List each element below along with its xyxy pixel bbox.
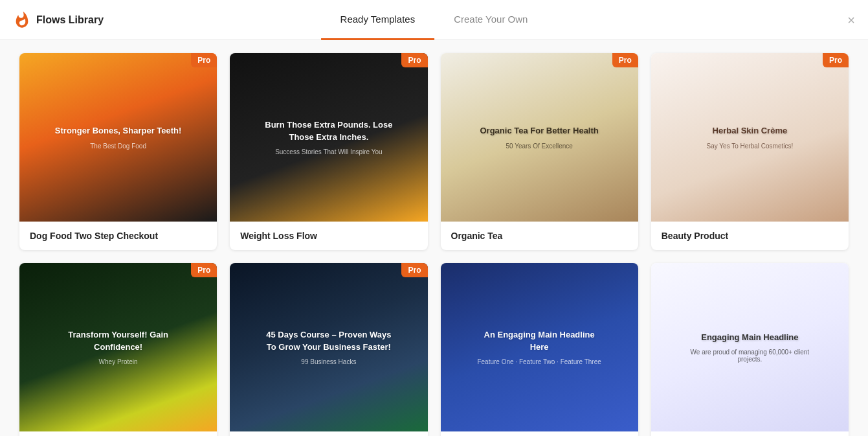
- template-card-manage[interactable]: Engaging Main HeadlineWe are proud of ma…: [651, 263, 849, 436]
- card-inner-sub: Success Stories That Will Inspire You: [275, 148, 382, 155]
- card-preview-protein: Transform Yourself! Gain Confidence!Whey…: [19, 263, 217, 431]
- logo-text: Flows Library: [36, 14, 104, 26]
- card-preview-beauty-product: Herbal Skin CrèmeSay Yes To Herbal Cosme…: [651, 53, 849, 222]
- card-inner-heading: Burn Those Extra Pounds. Lose Those Extr…: [264, 119, 394, 143]
- template-card-course[interactable]: Pro45 Days Course – Proven Ways To Grow …: [230, 263, 427, 436]
- card-image-organic-tea: ProOrganic Tea For Better Health50 Years…: [441, 53, 638, 222]
- card-title-organic-tea: Organic Tea: [441, 222, 638, 250]
- card-inner-heading: 45 Days Course – Proven Ways To Grow You…: [264, 329, 394, 352]
- header: Flows Library Ready Templates Create You…: [0, 0, 868, 40]
- card-inner-sub: 99 Business Hacks: [301, 358, 356, 365]
- card-preview-weight-loss: Burn Those Extra Pounds. Lose Those Extr…: [230, 53, 427, 222]
- card-inner-sub: We are proud of managing 60,000+ client …: [685, 349, 814, 363]
- card-title-manage: Engaging Main Headline: [651, 431, 849, 436]
- card-inner-sub: Whey Protein: [99, 358, 138, 365]
- close-button[interactable]: ×: [847, 12, 855, 27]
- card-title-weight-loss: Weight Loss Flow: [230, 222, 427, 250]
- pro-badge: Pro: [191, 53, 217, 67]
- card-preview-blue-landing: An Engaging Main Headline HereFeature On…: [441, 263, 638, 431]
- card-preview-manage: Engaging Main HeadlineWe are proud of ma…: [651, 263, 849, 431]
- card-inner-sub: The Best Dog Food: [90, 143, 146, 150]
- card-inner-sub: 50 Years Of Excellence: [506, 143, 572, 150]
- card-title-blue-landing: Engaging Main Headline Here: [441, 431, 638, 436]
- card-image-weight-loss: ProBurn Those Extra Pounds. Lose Those E…: [230, 53, 427, 222]
- card-image-beauty-product: ProHerbal Skin CrèmeSay Yes To Herbal Co…: [651, 53, 849, 222]
- card-inner-heading: Organic Tea For Better Health: [480, 125, 599, 137]
- template-card-organic-tea[interactable]: ProOrganic Tea For Better Health50 Years…: [441, 53, 638, 250]
- template-card-weight-loss[interactable]: ProBurn Those Extra Pounds. Lose Those E…: [230, 53, 427, 250]
- card-image-course: Pro45 Days Course – Proven Ways To Grow …: [230, 263, 427, 431]
- card-title-protein: Change Your Life Within 12 Weeks: [19, 431, 217, 436]
- card-title-beauty-product: Beauty Product: [651, 222, 849, 250]
- pro-badge: Pro: [401, 263, 427, 277]
- template-card-dog-food[interactable]: ProStronger Bones, Sharper Teeth!The Bes…: [19, 53, 217, 250]
- main-content: ProStronger Bones, Sharper Teeth!The Bes…: [0, 40, 868, 436]
- pro-badge: Pro: [823, 53, 849, 67]
- nav-tabs: Ready Templates Create Your Own: [321, 0, 548, 40]
- card-inner-heading: Engaging Main Headline: [701, 332, 798, 343]
- card-inner-heading: An Engaging Main Headline Here: [474, 329, 604, 352]
- card-inner-sub: Feature One · Feature Two · Feature Thre…: [477, 358, 601, 365]
- pro-badge: Pro: [612, 53, 638, 67]
- tab-ready-templates[interactable]: Ready Templates: [321, 0, 435, 40]
- card-inner-heading: Stronger Bones, Sharper Teeth!: [55, 125, 182, 137]
- flame-icon: [13, 11, 31, 29]
- pro-badge: Pro: [401, 53, 427, 67]
- template-card-protein[interactable]: ProTransform Yourself! Gain Confidence!W…: [19, 263, 217, 436]
- card-inner-heading: Transform Yourself! Gain Confidence!: [54, 329, 183, 352]
- card-inner-sub: Say Yes To Herbal Cosmetics!: [706, 143, 793, 150]
- card-image-dog-food: ProStronger Bones, Sharper Teeth!The Bes…: [19, 53, 217, 222]
- card-title-dog-food: Dog Food Two Step Checkout: [19, 222, 217, 250]
- card-preview-dog-food: Stronger Bones, Sharper Teeth!The Best D…: [19, 53, 217, 222]
- card-title-course: Courses In The Book: [230, 431, 427, 436]
- card-preview-organic-tea: Organic Tea For Better Health50 Years Of…: [441, 53, 638, 222]
- card-image-protein: ProTransform Yourself! Gain Confidence!W…: [19, 263, 217, 431]
- pro-badge: Pro: [191, 263, 217, 277]
- card-image-manage: Engaging Main HeadlineWe are proud of ma…: [651, 263, 849, 431]
- tab-create-your-own[interactable]: Create Your Own: [434, 0, 547, 40]
- card-inner-heading: Herbal Skin Crème: [713, 125, 788, 137]
- card-preview-course: 45 Days Course – Proven Ways To Grow You…: [230, 263, 427, 431]
- templates-grid: ProStronger Bones, Sharper Teeth!The Bes…: [19, 53, 849, 436]
- template-card-blue-landing[interactable]: An Engaging Main Headline HereFeature On…: [441, 263, 638, 436]
- logo-area: Flows Library: [0, 11, 129, 29]
- card-image-blue-landing: An Engaging Main Headline HereFeature On…: [441, 263, 638, 431]
- template-card-beauty-product[interactable]: ProHerbal Skin CrèmeSay Yes To Herbal Co…: [651, 53, 849, 250]
